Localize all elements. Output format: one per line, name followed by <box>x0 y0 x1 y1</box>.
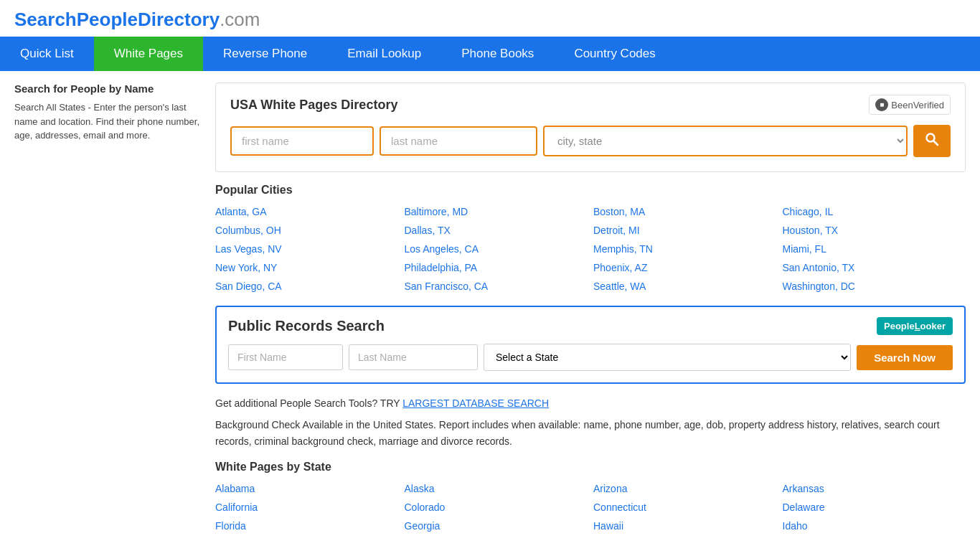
nav-phone-books[interactable]: Phone Books <box>441 37 554 71</box>
pr-box-title: Public Records Search <box>228 318 385 334</box>
popular-cities-section: Popular Cities Atlanta, GA Baltimore, MD… <box>215 184 966 294</box>
pr-last-name-input[interactable] <box>349 344 478 370</box>
state-link[interactable]: Delaware <box>783 499 966 515</box>
city-link[interactable]: Boston, MA <box>593 204 777 220</box>
cities-grid: Atlanta, GA Baltimore, MD Boston, MA Chi… <box>215 204 966 294</box>
states-grid: Alabama Alaska Arizona Arkansas Californ… <box>215 481 966 534</box>
site-brand: SearchPeopleDirectory <box>14 9 220 30</box>
state-link[interactable]: Alaska <box>405 481 588 496</box>
site-header: SearchPeopleDirectory.com <box>0 0 980 37</box>
state-link[interactable]: Connecticut <box>593 499 777 515</box>
state-link[interactable]: Hawaii <box>593 518 777 534</box>
city-link[interactable]: Los Angeles, CA <box>405 241 588 257</box>
nav-reverse-phone[interactable]: Reverse Phone <box>203 37 327 71</box>
states-section: White Pages by State Alabama Alaska Ariz… <box>215 461 966 534</box>
people-looker-badge: PeopleLooker <box>877 317 953 335</box>
city-link[interactable]: Columbus, OH <box>215 222 399 238</box>
been-verified-icon: ■ <box>875 98 888 111</box>
city-link[interactable]: Dallas, TX <box>405 222 588 238</box>
pr-box-header: Public Records Search PeopleLooker <box>228 317 953 335</box>
pr-state-select[interactable]: Select a State Alabama Alaska Arizona Ar… <box>484 344 851 371</box>
city-link[interactable]: Philadelphia, PA <box>405 260 588 276</box>
nav-email-lookup[interactable]: Email Lookup <box>327 37 441 71</box>
pr-search-row: Select a State Alabama Alaska Arizona Ar… <box>228 344 953 371</box>
state-link[interactable]: Florida <box>215 518 399 534</box>
pr-search-button[interactable]: Search Now <box>857 345 953 370</box>
info-line1: Get additional People Search Tools? TRY … <box>215 395 966 411</box>
state-link[interactable]: Alabama <box>215 481 399 496</box>
people-looker-rest: ooker <box>920 321 946 331</box>
search-icon <box>925 132 939 146</box>
city-link[interactable]: Washington, DC <box>783 278 966 294</box>
city-link[interactable]: Atlanta, GA <box>215 204 399 220</box>
city-link[interactable]: San Francisco, CA <box>405 278 588 294</box>
site-tld: .com <box>220 9 260 30</box>
nav-white-pages[interactable]: White Pages <box>94 37 203 71</box>
wp-box-title: USA White Pages Directory <box>230 98 397 113</box>
city-link[interactable]: Chicago, IL <box>783 204 966 220</box>
states-section-title: White Pages by State <box>215 461 966 474</box>
state-link[interactable]: Georgia <box>405 518 588 534</box>
city-link[interactable]: San Diego, CA <box>215 278 399 294</box>
city-link[interactable]: San Antonio, TX <box>783 260 966 276</box>
nav-quick-list[interactable]: Quick List <box>0 37 94 71</box>
been-verified-badge: ■ BeenVerified <box>869 95 951 115</box>
wp-directory-box: USA White Pages Directory ■ BeenVerified… <box>215 83 966 172</box>
pr-first-name-input[interactable] <box>228 344 343 370</box>
city-link[interactable]: Detroit, MI <box>593 222 777 238</box>
wp-first-name-input[interactable] <box>230 126 374 156</box>
info-line2: Background Check Available in the United… <box>215 417 966 449</box>
state-link[interactable]: Colorado <box>405 499 588 515</box>
state-link[interactable]: Idaho <box>783 518 966 534</box>
people-looker-label2: L <box>915 321 920 331</box>
city-link[interactable]: Phoenix, AZ <box>593 260 777 276</box>
city-link[interactable]: Baltimore, MD <box>405 204 588 220</box>
city-link[interactable]: Memphis, TN <box>593 241 777 257</box>
public-records-box: Public Records Search PeopleLooker Selec… <box>215 306 966 384</box>
state-link[interactable]: Arizona <box>593 481 777 496</box>
wp-search-button[interactable] <box>913 125 951 157</box>
people-looker-label: People <box>884 321 915 331</box>
city-link[interactable]: Seattle, WA <box>593 278 777 294</box>
content-wrapper: Search for People by Name Search All Sta… <box>0 71 980 545</box>
sidebar-description: Search All States - Enter the person's l… <box>14 100 201 143</box>
city-link[interactable]: Miami, FL <box>783 241 966 257</box>
nav-country-codes[interactable]: Country Codes <box>554 37 675 71</box>
svg-line-1 <box>934 141 938 146</box>
sidebar: Search for People by Name Search All Sta… <box>14 83 201 534</box>
wp-city-state-select[interactable]: city, state <box>543 126 908 156</box>
state-link[interactable]: California <box>215 499 399 515</box>
popular-cities-title: Popular Cities <box>215 184 966 197</box>
state-link[interactable]: Arkansas <box>783 481 966 496</box>
sidebar-title: Search for People by Name <box>14 83 201 95</box>
city-link[interactable]: New York, NY <box>215 260 399 276</box>
wp-box-header: USA White Pages Directory ■ BeenVerified <box>230 95 951 115</box>
city-link[interactable]: Las Vegas, NV <box>215 241 399 257</box>
city-link[interactable]: Houston, TX <box>783 222 966 238</box>
wp-last-name-input[interactable] <box>380 126 537 156</box>
main-content: USA White Pages Directory ■ BeenVerified… <box>215 83 966 534</box>
been-verified-label: BeenVerified <box>891 100 944 110</box>
largest-db-link[interactable]: LARGEST DATABASE SEARCH <box>402 397 549 409</box>
main-nav: Quick List White Pages Reverse Phone Ema… <box>0 37 980 71</box>
wp-search-row: city, state <box>230 125 951 157</box>
